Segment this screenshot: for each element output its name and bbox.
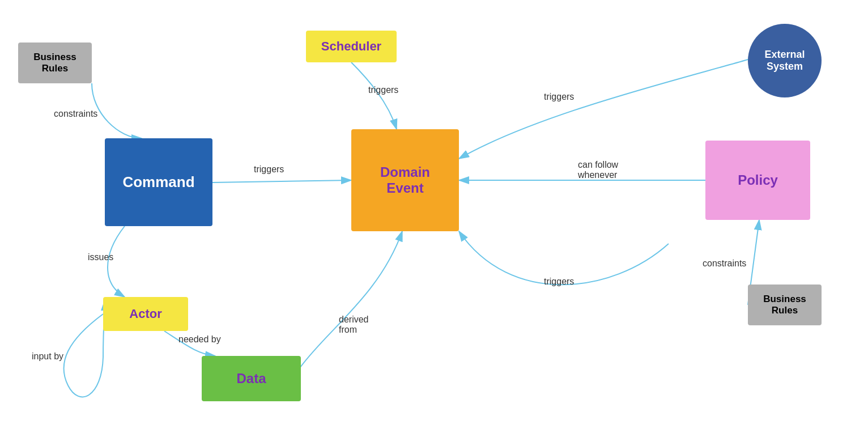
business-rules-tl-label: BusinessRules bbox=[33, 52, 76, 74]
external-triggers-label: triggers bbox=[544, 92, 574, 102]
constraints-br-label: constraints bbox=[703, 258, 746, 269]
data-label: Data bbox=[236, 371, 266, 387]
actor-label: Actor bbox=[129, 307, 161, 321]
scheduler-node[interactable]: Scheduler bbox=[306, 31, 397, 62]
scheduler-triggers-label: triggers bbox=[368, 85, 398, 95]
diagram-container: Command DomainEvent Scheduler BusinessRu… bbox=[0, 0, 868, 433]
command-node[interactable]: Command bbox=[105, 138, 212, 226]
scheduler-label: Scheduler bbox=[321, 39, 381, 54]
policy-label: Policy bbox=[738, 172, 778, 188]
data-node[interactable]: Data bbox=[202, 356, 301, 401]
derived-from-label: derivedfrom bbox=[339, 315, 368, 335]
policy-triggers-label: triggers bbox=[544, 277, 574, 287]
policy-node[interactable]: Policy bbox=[705, 141, 810, 220]
domain-event-label: DomainEvent bbox=[380, 164, 430, 196]
external-system-node[interactable]: ExternalSystem bbox=[748, 24, 822, 97]
business-rules-tl-node[interactable]: BusinessRules bbox=[18, 43, 92, 83]
input-by-label: input by bbox=[32, 351, 63, 362]
constraints-tl-label: constraints bbox=[54, 109, 97, 119]
issues-label: issues bbox=[88, 252, 113, 262]
domain-event-node[interactable]: DomainEvent bbox=[351, 129, 459, 231]
policy-can-follow-label: can followwhenever bbox=[578, 160, 618, 180]
svg-line-1 bbox=[212, 180, 351, 182]
business-rules-br-label: BusinessRules bbox=[763, 294, 806, 316]
business-rules-br-node[interactable]: BusinessRules bbox=[748, 285, 822, 325]
command-triggers-label: triggers bbox=[254, 164, 284, 175]
actor-node[interactable]: Actor bbox=[103, 297, 188, 331]
command-label: Command bbox=[122, 173, 194, 191]
external-system-label: ExternalSystem bbox=[764, 49, 805, 73]
needed-by-label: needed by bbox=[178, 334, 221, 345]
